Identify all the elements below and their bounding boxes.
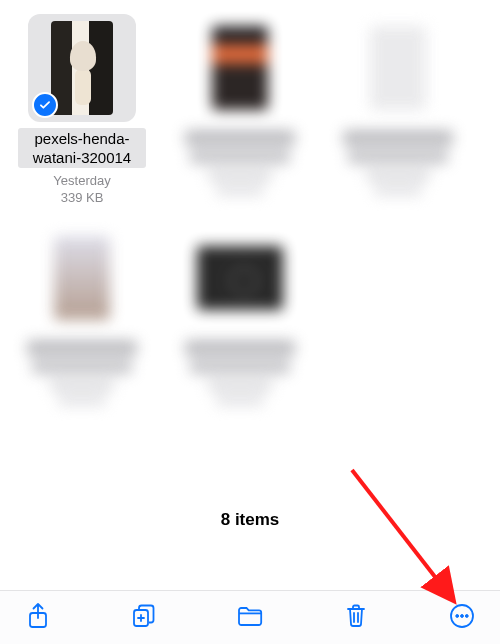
more-button[interactable] xyxy=(442,598,482,638)
share-button[interactable] xyxy=(18,598,58,638)
delete-button[interactable] xyxy=(336,598,376,638)
share-icon xyxy=(26,602,50,634)
item-count-label: 8 items xyxy=(0,510,500,530)
file-name: pexels-henda-watani-320014 xyxy=(18,128,146,168)
file-tile[interactable]: pexels-henda-watani-320014 Yesterday 339… xyxy=(8,14,156,206)
file-tile[interactable] xyxy=(166,224,314,406)
file-thumbnail[interactable] xyxy=(28,14,136,122)
file-grid-content: pexels-henda-watani-320014 Yesterday 339… xyxy=(0,0,500,590)
file-grid: pexels-henda-watani-320014 Yesterday 339… xyxy=(8,14,492,406)
svg-point-5 xyxy=(465,614,468,617)
more-icon xyxy=(449,603,475,633)
file-thumbnail-image xyxy=(51,21,113,115)
move-button[interactable] xyxy=(230,598,270,638)
bottom-toolbar xyxy=(0,590,500,644)
svg-point-4 xyxy=(461,614,464,617)
folder-icon xyxy=(236,604,264,632)
svg-point-3 xyxy=(456,614,459,617)
file-tile[interactable] xyxy=(166,14,314,206)
duplicate-button[interactable] xyxy=(124,598,164,638)
selected-check-icon xyxy=(32,92,58,118)
file-tile[interactable] xyxy=(324,14,472,206)
trash-icon xyxy=(344,603,368,633)
duplicate-icon xyxy=(131,603,157,633)
file-date: Yesterday xyxy=(53,172,110,189)
file-tile[interactable] xyxy=(8,224,156,406)
file-size: 339 KB xyxy=(61,189,104,206)
